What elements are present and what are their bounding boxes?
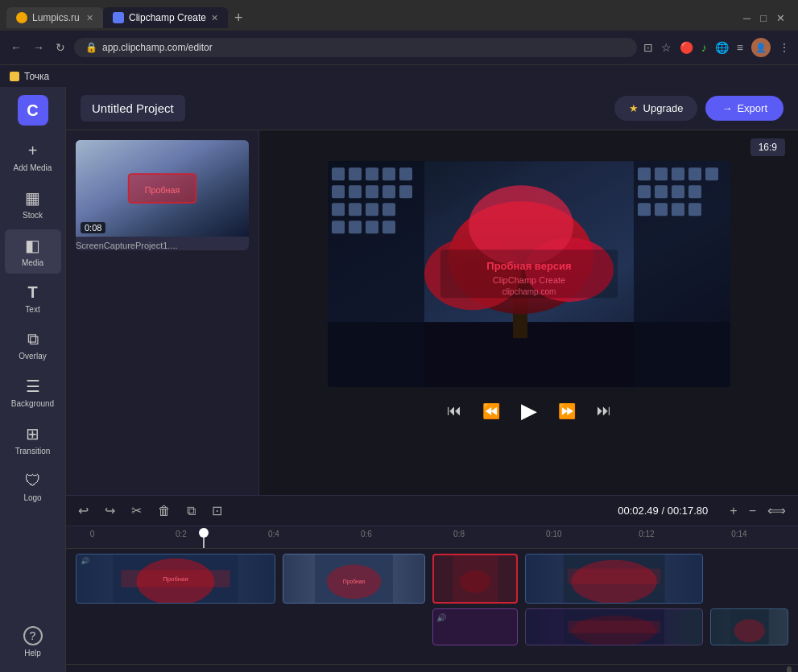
project-title[interactable]: Untitled Project: [81, 95, 185, 122]
forward-button[interactable]: →: [31, 39, 47, 56]
tab-lumpics-label: Lumpics.ru: [32, 12, 80, 23]
timeline-ruler[interactable]: 0 0:2 0:4 0:6 0:8 0:10 0:12 0:14: [66, 526, 798, 549]
audio-clip-1[interactable]: 🔊: [432, 608, 518, 645]
svg-rect-11: [332, 167, 345, 180]
sidebar-label-transition: Transition: [15, 447, 51, 456]
sidebar-item-add-media[interactable]: + Add Media: [5, 135, 61, 179]
svg-rect-27: [366, 221, 378, 233]
media-thumb-image: Пробная 0:08: [76, 140, 249, 237]
tab-lumpics[interactable]: Lumpics.ru ✕: [6, 7, 103, 28]
zoom-out-button[interactable]: −: [746, 501, 759, 521]
clip1-audio-icon: 🔊: [81, 557, 89, 565]
video-clip-3-selected[interactable]: [432, 554, 518, 604]
bookmark-star-icon[interactable]: ☆: [661, 41, 672, 54]
bookmark-item-tochka[interactable]: Точка: [24, 71, 49, 82]
svg-rect-42: [688, 203, 701, 216]
browser-toolbar: ← → ↻ 🔒 app.clipchamp.com/editor ⊡ ☆ 🔴 ♪…: [0, 31, 798, 64]
tab-clipchamp-close[interactable]: ✕: [211, 13, 218, 23]
back-button[interactable]: ←: [8, 39, 24, 56]
preview-ratio-bar: 16:9: [272, 138, 785, 156]
more-options-icon[interactable]: ⋮: [779, 41, 790, 54]
paste-button[interactable]: ⊡: [209, 501, 225, 521]
svg-rect-31: [655, 167, 668, 180]
svg-rect-12: [349, 167, 362, 180]
ruler-mark-06: 0:6: [361, 530, 372, 538]
cut-button[interactable]: ✂: [129, 501, 144, 521]
tracks-container: Пробная 🔊 Пробная: [66, 549, 798, 650]
rewind-button[interactable]: ⏪: [479, 399, 503, 423]
svg-text:ClipChamp Create: ClipChamp Create: [492, 275, 564, 285]
svg-rect-19: [382, 185, 395, 198]
svg-rect-13: [366, 167, 378, 180]
music-ext-icon[interactable]: ♪: [701, 41, 707, 54]
clip1-preview: Пробная: [76, 555, 275, 603]
tab-bar: Lumpics.ru ✕ Clipchamp Create ✕ + ─ □ ✕: [0, 0, 798, 31]
sidebar-logo[interactable]: C: [18, 95, 48, 126]
extensions-icon[interactable]: 🔴: [680, 41, 693, 54]
svg-rect-28: [382, 221, 395, 233]
svg-rect-24: [382, 203, 395, 216]
video-clip-2[interactable]: Пробная: [283, 554, 425, 604]
sidebar-item-transition[interactable]: ⊞ Transition: [5, 418, 61, 462]
bookmark-label: Точка: [24, 71, 49, 82]
tab-clipchamp[interactable]: Clipchamp Create ✕: [103, 7, 228, 28]
audio-clip-2[interactable]: [525, 608, 703, 645]
sidebar-label-text: Text: [25, 305, 39, 314]
maximize-button[interactable]: □: [760, 12, 767, 24]
svg-rect-41: [672, 203, 684, 216]
svg-text:Пробная: Пробная: [145, 185, 180, 195]
close-window-button[interactable]: ✕: [776, 12, 785, 24]
copy-button[interactable]: ⧉: [184, 501, 198, 521]
sidebar-item-logo[interactable]: 🛡 Logo: [5, 465, 61, 509]
skip-to-start-button[interactable]: ⏮: [444, 399, 465, 423]
minimize-button[interactable]: ─: [743, 12, 750, 24]
cast-icon[interactable]: ⊡: [643, 41, 653, 54]
video-clip-1[interactable]: Пробная 🔊: [76, 554, 275, 604]
add-media-icon: +: [28, 142, 38, 160]
playhead-marker[interactable]: [199, 528, 209, 538]
undo-button[interactable]: ↩: [76, 501, 91, 521]
menu-icon[interactable]: ≡: [737, 41, 743, 54]
play-button[interactable]: ▶: [518, 395, 540, 427]
fit-timeline-button[interactable]: ⟺: [765, 501, 788, 521]
sidebar-item-stock[interactable]: ▦ Stock: [5, 182, 61, 226]
tab-lumpics-close[interactable]: ✕: [86, 13, 93, 23]
profile-icon[interactable]: 👤: [751, 38, 771, 57]
timeline-scrollbar[interactable]: [66, 664, 798, 672]
svg-rect-36: [655, 185, 668, 198]
svg-rect-32: [672, 167, 684, 180]
fast-forward-icon: ⏩: [558, 403, 576, 419]
sidebar-item-background[interactable]: ☰ Background: [5, 370, 61, 414]
zoom-in-icon: +: [730, 504, 737, 517]
timeline-area: ↩ ↪ ✂ 🗑 ⧉ ⊡ 00:02.49: [66, 495, 798, 672]
reload-button[interactable]: ↻: [53, 39, 68, 56]
redo-button[interactable]: ↪: [102, 501, 118, 521]
ruler-mark-08: 0:8: [453, 530, 465, 538]
video-clip-4[interactable]: [525, 554, 703, 604]
sidebar-item-text[interactable]: T Text: [5, 277, 61, 320]
skip-to-end-button[interactable]: ⏭: [593, 399, 614, 423]
fast-forward-button[interactable]: ⏩: [555, 399, 579, 423]
playback-controls: ⏮ ⏪ ▶ ⏩ ⏭: [444, 387, 614, 435]
ruler-mark-04: 0:4: [268, 530, 279, 538]
upgrade-button[interactable]: ★ Upgrade: [614, 96, 698, 121]
address-bar[interactable]: 🔒 app.clipchamp.com/editor: [74, 38, 637, 57]
globe-icon[interactable]: 🌐: [715, 41, 729, 54]
delete-button[interactable]: 🗑: [155, 501, 173, 521]
sidebar-item-media[interactable]: ◧ Media: [5, 229, 61, 274]
media-thumbnail[interactable]: Пробная 0:08 ScreenCaptureProject1....: [76, 140, 249, 250]
sidebar-item-overlay[interactable]: ⧉ Overlay: [5, 324, 61, 367]
svg-rect-20: [399, 185, 412, 198]
vertical-scrollbar-thumb[interactable]: [787, 666, 792, 672]
media-filename: ScreenCaptureProject1....: [76, 241, 249, 250]
transition-icon: ⊞: [26, 424, 39, 443]
star-icon: ★: [629, 102, 639, 114]
export-button[interactable]: → Export: [705, 96, 784, 121]
audio-clip-3[interactable]: [710, 608, 788, 645]
timeline-body: 0 0:2 0:4 0:6 0:8 0:10 0:12 0:14: [66, 526, 798, 664]
sidebar-item-help[interactable]: ? Help: [5, 620, 61, 664]
svg-rect-22: [349, 203, 362, 216]
timeline-time-display: 00:02.49 / 00:17.80: [618, 505, 708, 517]
new-tab-button[interactable]: +: [234, 10, 243, 27]
zoom-in-button[interactable]: +: [727, 501, 739, 521]
